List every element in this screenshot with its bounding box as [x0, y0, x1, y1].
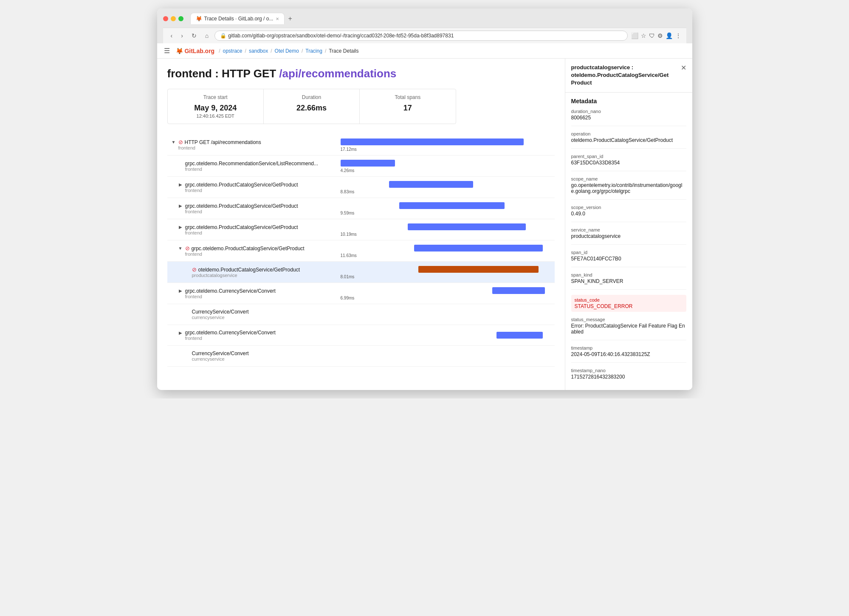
close-tab-button[interactable]: ✕ [276, 17, 279, 21]
span-expand-button[interactable]: ▶ [178, 331, 183, 335]
meta-value: 0.49.0 [571, 211, 686, 217]
meta-key: scope_version [571, 205, 686, 210]
sidebar-toggle-button[interactable]: ☰ [164, 47, 170, 55]
meta-value: 2024-05-09T16:40:16.432383125Z [571, 351, 686, 357]
metadata-heading: Metadata [571, 98, 686, 105]
trace-row[interactable]: ▶ grpc.oteldemo.ProductCatalogService/Ge… [167, 198, 555, 219]
panel-body: Metadata duration_nano 8006625 operation… [565, 93, 692, 390]
span-bar-area: 11.63ms [337, 242, 555, 260]
minimize-window-button[interactable] [171, 16, 176, 21]
traffic-lights [163, 16, 183, 21]
url-text: gitlab.com/gitlab-org/opstrace/sandbox/o… [228, 33, 454, 39]
span-expand-button[interactable]: ▶ [178, 225, 183, 229]
bookmark-button[interactable]: ☆ [641, 32, 646, 39]
trace-row[interactable]: CurrencyService/Convert currencyservice [167, 346, 555, 367]
span-bar [389, 181, 473, 188]
trace-row[interactable]: ▶ grpc.oteldemo.CurrencyService/Convert … [167, 283, 555, 304]
trace-row[interactable]: ▼ ⊘ HTTP GET /api/recommendations fronte… [167, 134, 555, 155]
close-window-button[interactable] [163, 16, 168, 21]
span-expand-button[interactable]: ▶ [178, 288, 183, 293]
maximize-window-button[interactable] [178, 16, 183, 21]
span-bar [408, 223, 526, 230]
breadcrumb-otel-demo[interactable]: Otel Demo [275, 48, 299, 54]
breadcrumb-sandbox[interactable]: sandbox [249, 48, 268, 54]
breadcrumb-opstrace[interactable]: opstrace [223, 48, 243, 54]
browser-controls: 🦊 Trace Details · GitLab.org / o... ✕ + [163, 13, 686, 24]
bar-wrapper [341, 265, 551, 274]
meta-key: timestamp [571, 345, 686, 350]
page-title-prefix: frontend : HTTP GET [167, 67, 279, 80]
span-duration: 10.19ms [341, 232, 551, 237]
new-tab-button[interactable]: + [286, 13, 293, 24]
trace-row[interactable]: ▶ grpc.oteldemo.CurrencyService/Convert … [167, 325, 555, 346]
span-service: frontend [185, 188, 202, 193]
bar-wrapper [341, 223, 551, 231]
menu-button[interactable]: ⋮ [675, 32, 681, 39]
trace-row[interactable]: ▼ ⊘ grpc.oteldemo.ProductCatalogService/… [167, 240, 555, 262]
active-tab[interactable]: 🦊 Trace Details · GitLab.org / o... ✕ [190, 13, 285, 24]
address-bar[interactable]: 🔒 gitlab.com/gitlab-org/opstrace/sandbox… [214, 31, 627, 41]
trace-row[interactable]: CurrencyService/Convert currencyservice [167, 304, 555, 325]
panel-title: productcatalogservice : oteldemo.Product… [571, 64, 681, 87]
meta-key: span_id [571, 250, 686, 255]
content-area: frontend : HTTP GET /api/recommendations… [157, 59, 565, 390]
span-expand-button[interactable]: ▼ [178, 246, 183, 251]
panel-header: productcatalogservice : oteldemo.Product… [565, 59, 692, 93]
metadata-item: scope_version 0.49.0 [571, 205, 686, 222]
meta-key: status_message [571, 317, 686, 322]
span-service: currencyservice [192, 356, 225, 362]
meta-value: STATUS_CODE_ERROR [575, 303, 683, 309]
meta-value: 63F15DC0A33D8354 [571, 160, 686, 166]
span-duration: 6.99ms [341, 296, 551, 300]
profile-button[interactable]: 👤 [666, 32, 673, 39]
stat-duration: Duration 22.66ms [264, 89, 360, 124]
extensions-button[interactable]: ⚙ [657, 32, 663, 39]
trace-row[interactable]: ▶ grpc.oteldemo.ProductCatalogService/Ge… [167, 177, 555, 198]
meta-key: service_name [571, 227, 686, 232]
home-button[interactable]: ⌂ [203, 31, 211, 40]
span-name: grpc.oteldemo.CurrencyService/Convert [185, 288, 276, 294]
meta-value: oteldemo.ProductCatalogService/GetProduc… [571, 137, 686, 143]
cast-button[interactable]: ⬜ [631, 32, 638, 39]
lock-icon: 🔒 [220, 33, 226, 39]
span-service: frontend [185, 167, 202, 172]
error-icon: ⊘ [178, 139, 183, 145]
back-button[interactable]: ‹ [168, 31, 175, 40]
span-name: CurrencyService/Convert [192, 309, 249, 315]
breadcrumb-tracing[interactable]: Tracing [305, 48, 322, 54]
main-layout: frontend : HTTP GET /api/recommendations… [157, 59, 692, 390]
meta-key: parent_span_id [571, 154, 686, 159]
span-name: oteldemo.ProductCatalogService/GetProduc… [198, 267, 300, 273]
trace-start-label: Trace start [176, 94, 255, 100]
span-bar-area: 6.99ms [337, 285, 555, 302]
panel-close-button[interactable]: ✕ [681, 64, 686, 72]
tab-favicon: 🦊 [196, 16, 202, 22]
browser-window: 🦊 Trace Details · GitLab.org / o... ✕ + … [157, 8, 692, 390]
forward-button[interactable]: › [178, 31, 186, 40]
span-service: frontend [185, 230, 202, 235]
metadata-fields: duration_nano 8006625 operation oteldemo… [571, 109, 686, 385]
duration-value: 22.66ms [272, 104, 351, 113]
span-bar [341, 160, 395, 167]
span-expand-button[interactable]: ▶ [178, 182, 183, 187]
metadata-item: span_kind SPAN_KIND_SERVER [571, 272, 686, 290]
span-label: grpc.oteldemo.RecommendationService/List… [167, 159, 337, 173]
trace-row[interactable]: grpc.oteldemo.RecommendationService/List… [167, 155, 555, 177]
meta-value: SPAN_KIND_SERVER [571, 278, 686, 284]
shield-icon[interactable]: 🛡 [649, 32, 655, 39]
span-bar-area: 9.59ms [337, 200, 555, 217]
span-bar [418, 266, 539, 273]
page-title-route: /api/recommendations [279, 67, 396, 80]
trace-row[interactable]: ⊘ oteldemo.ProductCatalogService/GetProd… [167, 262, 555, 283]
nav-actions: ⬜ ☆ 🛡 ⚙ 👤 ⋮ [631, 32, 681, 39]
span-expand-button[interactable]: ▶ [178, 203, 183, 208]
reload-button[interactable]: ↻ [189, 31, 199, 40]
span-name: grpc.oteldemo.RecommendationService/List… [185, 161, 318, 167]
span-service: currencyservice [192, 315, 225, 320]
trace-row[interactable]: ▶ grpc.oteldemo.ProductCatalogService/Ge… [167, 219, 555, 240]
right-panel: productcatalogservice : oteldemo.Product… [565, 59, 692, 390]
span-expand-button[interactable]: ▼ [171, 140, 177, 144]
meta-key: span_kind [571, 272, 686, 277]
breadcrumb-sep-3: / [271, 48, 272, 54]
span-name: grpc.oteldemo.CurrencyService/Convert [185, 330, 276, 336]
